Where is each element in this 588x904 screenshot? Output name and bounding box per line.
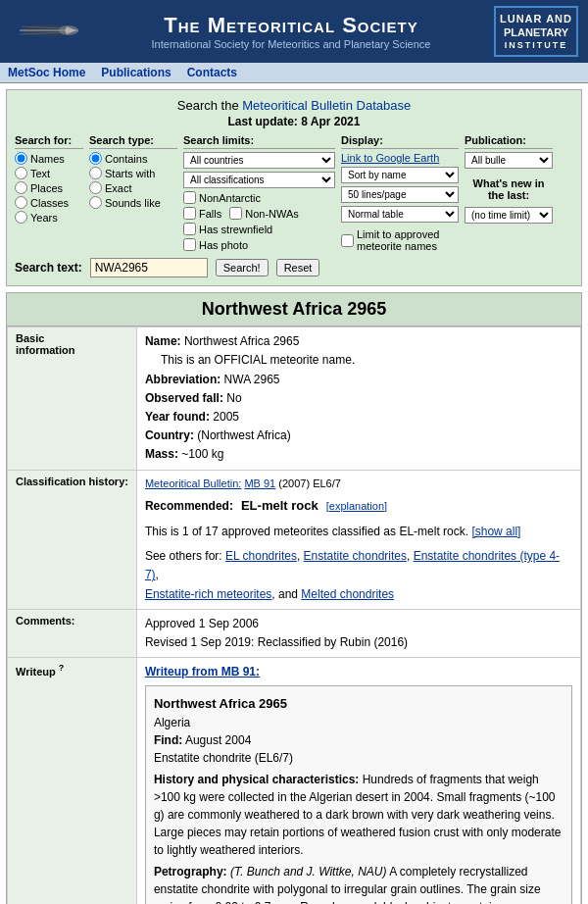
writeup-find: Find: August 2004 [154, 731, 564, 749]
mb-class: EL6/7 [313, 477, 341, 489]
page-header: The Meteoritical Society International S… [0, 0, 588, 63]
falls-checkbox[interactable]: Falls [183, 207, 221, 220]
display-type-select[interactable]: Normal table [341, 206, 459, 223]
meteor-icon [10, 17, 88, 44]
search-for-col: Search for: Names Text Places Classes Ye… [15, 134, 83, 252]
search-type-col: Search type: Contains Starts with Exact … [89, 134, 177, 252]
mass-value: ~100 kg [181, 447, 223, 461]
comments-label: Comments: [8, 609, 137, 657]
last-update-value: 8 Apr 2021 [301, 115, 360, 128]
name-label: Name: [145, 334, 181, 348]
find-value: August 2004 [185, 733, 251, 747]
whats-new-select[interactable]: (no time limit) [465, 207, 553, 224]
mb-year: (2007) [278, 477, 310, 489]
writeup-location: Algeria [154, 714, 564, 731]
radio-names[interactable]: Names [15, 152, 83, 165]
year-found-value: 2005 [213, 410, 239, 424]
countries-select[interactable]: All countries [183, 152, 335, 169]
comment-line1: Approved 1 Sep 2006 [145, 617, 259, 630]
bulletin-link: Meteoritical Bulletin: [145, 477, 241, 489]
comments-row: Comments: Approved 1 Sep 2006 Revised 1 … [8, 609, 581, 657]
petro-authors: (T. Bunch and J. Wittke, NAU) [230, 865, 387, 879]
recommended-value: EL-melt rock [241, 496, 318, 517]
recommended-row: Recommended: EL-melt rock [explanation] [145, 496, 572, 517]
classification-top: Meteoritical Bulletin: MB 91 (2007) EL6/… [145, 476, 572, 493]
radio-text[interactable]: Text [15, 167, 83, 179]
lpi-line1: LUNAR AND [500, 12, 572, 25]
nonantarctic-checkbox[interactable]: NonAntarctic [183, 191, 335, 204]
mb-link[interactable]: MB 91 [244, 477, 275, 489]
official-note: This is an OFFICIAL meteorite name. [145, 353, 355, 367]
link-melted-chondrites[interactable]: Melted chondrites [301, 587, 394, 601]
radio-exact[interactable]: Exact [89, 181, 177, 194]
nav-publications[interactable]: Publications [101, 66, 171, 79]
search-title-prefix: Search the [177, 98, 239, 113]
whats-new-label: What's new in the last: [473, 177, 545, 201]
reset-button[interactable] [276, 259, 320, 276]
show-all-text: This is 1 of 17 approved meteorites clas… [145, 525, 468, 538]
radio-sounds-like[interactable]: Sounds like [89, 196, 177, 209]
last-update-label: Last update: [228, 115, 298, 128]
link-enstatite-chondrites[interactable]: Enstatite chondrites [304, 549, 407, 563]
classification-row: Classification history: Meteoritical Bul… [8, 470, 581, 609]
meteorite-title: Northwest Africa 2965 [7, 293, 581, 326]
search-text-label: Search text: [15, 261, 82, 275]
link-enstatite-rich[interactable]: Enstatite-rich meteorites [145, 587, 271, 601]
content-area: Northwest Africa 2965 Basicinformation N… [6, 292, 582, 904]
radio-classes[interactable]: Classes [15, 196, 83, 209]
radio-years[interactable]: Years [15, 211, 83, 224]
observed-fall-label: Observed fall: [145, 391, 223, 405]
nav-contacts[interactable]: Contacts [187, 66, 237, 79]
observed-fall-value: No [226, 391, 241, 405]
google-earth-link[interactable]: Link to Google Earth [341, 152, 459, 164]
writeup-meteorite-title: Northwest Africa 2965 [154, 694, 564, 714]
recommended-label: Recommended: [145, 497, 233, 516]
non-nwas-checkbox[interactable]: Non-NWAs [229, 207, 299, 220]
writeup-link[interactable]: Writeup from MB 91: [145, 665, 260, 678]
publication-header: Publication: [465, 134, 553, 149]
lpi-line2: PLANETARY [500, 25, 572, 39]
lpi-logo: LUNAR AND PLANETARY INSTITUTE [494, 6, 578, 57]
classifications-select[interactable]: All classifications [183, 172, 335, 188]
search-limits-col: Search limits: All countries All classif… [183, 134, 335, 252]
link-el-chondrites[interactable]: EL chondrites [225, 549, 297, 563]
find-label: Find: [154, 733, 182, 747]
search-for-radios: Names Text Places Classes Years [15, 152, 83, 224]
writeup-type: Enstatite chondrite (EL6/7) [154, 749, 564, 767]
search-text-row: Search text: [15, 258, 573, 277]
limit-approved-checkbox[interactable]: Limit to approved meteorite names [341, 228, 459, 252]
search-title-link[interactable]: Meteoritical Bulletin Database [242, 98, 411, 113]
sort-select[interactable]: Sort by name [341, 167, 459, 183]
abbreviation-value: NWA 2965 [224, 373, 280, 386]
radio-places[interactable]: Places [15, 181, 83, 194]
radio-starts-with[interactable]: Starts with [89, 167, 177, 179]
basic-info-row: Basicinformation Name: Northwest Africa … [8, 327, 581, 470]
name-value: Northwest Africa 2965 [184, 334, 299, 348]
classification-label: Classification history: [8, 470, 137, 609]
petro-label: Petrography: [154, 865, 227, 879]
search-type-header: Search type: [89, 134, 177, 149]
basic-info-content: Name: Northwest Africa 2965 This is an O… [136, 327, 580, 470]
explanation-link[interactable]: [explanation] [326, 498, 387, 516]
nav-metsoc-home[interactable]: MetSoc Home [8, 66, 85, 79]
writeup-box: Northwest Africa 2965 Algeria Find: Augu… [145, 685, 572, 904]
abbreviation-label: Abbreviation: [145, 373, 220, 386]
search-title: Search the Meteoritical Bulletin Databas… [15, 98, 573, 113]
mass-label: Mass: [145, 447, 178, 461]
header-title-block: The Meteoritical Society International S… [98, 13, 484, 50]
search-text-input[interactable] [90, 258, 208, 277]
comment-line2: Revised 1 Sep 2019: Reclassified by Rubi… [145, 635, 408, 649]
publication-select[interactable]: All bulle [465, 152, 553, 169]
search-button[interactable] [216, 259, 269, 276]
info-table: Basicinformation Name: Northwest Africa … [7, 326, 581, 904]
radio-contains[interactable]: Contains [89, 152, 177, 165]
search-for-header: Search for: [15, 134, 83, 149]
header-left-logo [10, 17, 88, 47]
writeup-row: Writeup ? Writeup from MB 91: Northwest … [8, 658, 581, 904]
history-label: History and physical characteristics: [154, 773, 359, 786]
has-photo-checkbox[interactable]: Has photo [183, 238, 335, 251]
lines-select[interactable]: 50 lines/page [341, 186, 459, 203]
show-all-link[interactable]: [show all] [471, 525, 520, 538]
basic-info-label: Basicinformation [8, 327, 137, 470]
has-strewnfield-checkbox[interactable]: Has strewnfield [183, 223, 335, 235]
